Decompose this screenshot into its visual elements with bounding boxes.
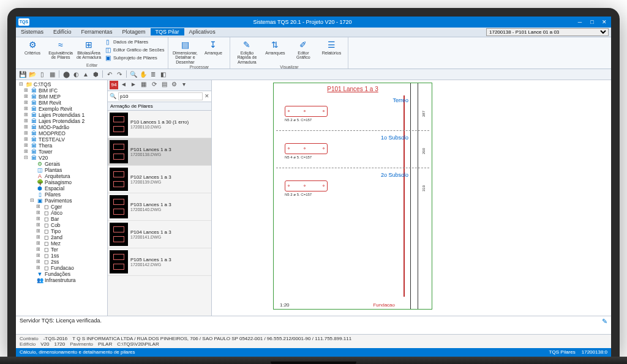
tree-item[interactable]: 🌳Paisagismo — [17, 179, 106, 185]
tree-item[interactable]: ⊞🏛MODPREO — [17, 130, 106, 136]
dimensionar-button[interactable]: ▤Dimensionar, Detalhar e Desenhar — [172, 39, 198, 65]
project-tree[interactable]: ⊟📁C:\TQS⊞🏛BIM IFC⊞🏛BIM MEP⊞🏛BIM Revit⊞🏛E… — [16, 80, 108, 316]
tool-open-icon[interactable]: 📂 — [28, 70, 37, 78]
search-input[interactable] — [118, 92, 203, 100]
tree-item[interactable]: ⊞◻Cger — [17, 204, 106, 210]
floor-block: 1o SubsoloN5 4 ø 5. C=157290 — [276, 131, 429, 168]
subprojeto-button[interactable]: ▣Subprojeto de Pilares — [104, 54, 164, 62]
tree-item[interactable]: ⊞🏛BIM Revit — [17, 100, 106, 106]
relatorios-button[interactable]: ☰Relatórios — [318, 39, 344, 56]
tool-p1-icon[interactable]: ⬤ — [62, 70, 70, 78]
tree-item[interactable]: ⊞🏛Exemplo Revit — [17, 106, 106, 112]
tree-item[interactable]: ⬢Espacial — [17, 185, 106, 191]
maximize-button[interactable]: □ — [588, 19, 596, 25]
tree-item[interactable]: AArquitetura — [17, 173, 106, 179]
tree-item[interactable]: ◫Plantas — [17, 167, 106, 173]
ribbon-group-processar: Processar — [172, 65, 226, 69]
tree-item[interactable]: ⊞🏛BIM IFC — [17, 87, 106, 94]
tool-p4-icon[interactable]: ⬢ — [91, 70, 100, 78]
list-grid-icon[interactable]: ▦ — [139, 81, 148, 89]
list-nav-prev-icon[interactable]: ◄ — [119, 81, 128, 89]
editor-secoes-button[interactable]: ◫Editor Gráfico de Secões — [104, 46, 164, 54]
equivalencia-button[interactable]: ≈Equivalência de Pilares — [48, 39, 73, 60]
tree-item[interactable]: ⊞🏛BIM MEP — [17, 94, 106, 100]
tree-item[interactable]: ⊞◻Cob — [17, 222, 106, 228]
thumbnail — [110, 195, 128, 218]
list-item[interactable]: P102 Lances 1 a 317200139.DWG — [108, 166, 211, 193]
tree-item[interactable]: ⊞◻1ss — [17, 253, 106, 259]
tree-item[interactable]: ⊞◻Ter — [17, 247, 106, 253]
arranques-button[interactable]: ⇅Arranques — [262, 39, 288, 56]
editor-grafico-button[interactable]: ✐Editor Gráfico — [290, 39, 316, 60]
tool-save-icon[interactable]: 💾 — [18, 70, 27, 78]
minimize-button[interactable]: ─ — [576, 19, 584, 25]
editor-icon: ✐ — [297, 39, 309, 51]
tree-item[interactable]: ⊞◻2ss — [17, 259, 106, 265]
subproject-icon: ▣ — [104, 54, 111, 62]
tree-item[interactable]: ⊞◻Tipo — [17, 228, 106, 234]
tool-redo-icon[interactable]: ↷ — [115, 70, 124, 78]
tree-item[interactable]: ⊞🏛Thera — [17, 143, 106, 149]
tree-item[interactable]: ⊞🏛Lajes Protendidas 1 — [17, 112, 106, 118]
list-export-icon[interactable]: ▤ — [160, 81, 168, 89]
tree-item[interactable]: ⊞🏛Lajes Protendidas 2 — [17, 118, 106, 124]
tool-pan-icon[interactable]: ✋ — [139, 70, 148, 78]
list-dropdown-icon[interactable]: ▾ — [179, 81, 188, 89]
list-item[interactable]: P105 Lances 1 a 317200142.DWG — [108, 248, 211, 276]
edicao-rapida-button[interactable]: ✎Edição Rápida de Armadura — [234, 39, 260, 65]
menu-plotagem[interactable]: Plotagem — [118, 28, 151, 35]
menu-aplicativos[interactable]: Aplicativos — [184, 28, 220, 35]
close-button[interactable]: ✕ — [600, 19, 609, 25]
tree-item[interactable]: ⊟▣Pavimentos — [17, 198, 106, 204]
arranque-button[interactable]: ↧Arranque — [200, 39, 226, 56]
menu-ferramentas[interactable]: Ferramentas — [77, 28, 118, 35]
menu-edifício[interactable]: Edifício — [48, 28, 77, 35]
menu-tqs pilar[interactable]: TQS Pilar — [151, 28, 184, 35]
toolbar: 💾 📂 ▯ ▦ ⬤ ◐ ▲ ⬢ ↶ ↷ 🔍 ✋ ≣ ◧ — [16, 69, 611, 80]
thumbnail — [110, 113, 128, 136]
tree-item[interactable]: ▼Fundações — [17, 271, 106, 277]
tree-item[interactable]: ⊞🏛MOD-Padrão — [17, 124, 106, 130]
clear-search-icon[interactable]: ✕ — [205, 93, 209, 99]
tree-item[interactable]: ⊟📁C:\TQS — [17, 81, 106, 87]
tree-item[interactable]: ⊞◻2and — [17, 234, 106, 240]
criterios-button[interactable]: ⚙Critérios — [20, 39, 45, 56]
tree-item[interactable]: 👥Infraestrutura — [17, 277, 106, 283]
drawing-list[interactable]: P10 Lances 1 a 30 (1 erro)17200110.DWGP1… — [108, 111, 211, 316]
menu-sistemas[interactable]: Sistemas — [16, 28, 48, 35]
tool-layers-icon[interactable]: ≣ — [149, 70, 157, 78]
list-nav-next-icon[interactable]: ► — [129, 81, 138, 89]
tree-item[interactable]: ⊞◻Fundacao — [17, 265, 106, 271]
section-icon: ◫ — [104, 46, 111, 54]
tool-misc-icon[interactable]: ◧ — [159, 70, 167, 78]
list-item[interactable]: P104 Lances 1 a 317200141.DWG — [108, 221, 211, 248]
list-settings-icon[interactable]: ⚙ — [170, 81, 178, 89]
tool-grid-icon[interactable]: ▦ — [48, 70, 56, 78]
tool-p3-icon[interactable]: ▲ — [81, 70, 90, 78]
bitolas-button[interactable]: ⊞Bitolas/Área de Armadura — [76, 39, 102, 60]
list-item[interactable]: P101 Lances 1 a 317200138.DWG — [108, 138, 211, 166]
tool-column-icon[interactable]: ▯ — [38, 70, 47, 78]
tree-item[interactable]: ⊞🏛TESTEALV — [17, 136, 106, 143]
list-item[interactable]: P10 Lances 1 a 30 (1 erro)17200110.DWG — [108, 111, 211, 138]
tree-item[interactable]: ⊞◻Mez — [17, 240, 106, 247]
quickedit-icon: ✎ — [241, 39, 253, 51]
starter-icon: ↧ — [207, 39, 219, 51]
tree-item[interactable]: ⊞◻Bar — [17, 216, 106, 222]
tree-item[interactable]: ⊟🏛V20 — [17, 155, 106, 161]
ribbon-group-visualizar: Visualizar — [234, 65, 344, 69]
tool-p2-icon[interactable]: ◐ — [72, 70, 80, 78]
status-file: 17200138:0 — [582, 349, 607, 355]
list-item[interactable]: P103 Lances 1 a 317200140.DWG — [108, 193, 211, 221]
tool-zoom-icon[interactable]: 🔍 — [129, 70, 138, 78]
tool-undo-icon[interactable]: ↶ — [105, 70, 114, 78]
drawing-preview[interactable]: P101 Lances 1 a 3 TerreoN5 2 ø 5. C=1572… — [212, 80, 611, 316]
dados-pilares-button[interactable]: ▯Dados de Pilares — [104, 39, 164, 46]
tree-item[interactable]: ⊞◻Ático — [17, 210, 106, 216]
drawing-selector[interactable]: 17200138 - P101 Lance 01 a 03 — [486, 28, 609, 36]
tree-item[interactable]: ⊞🏛Tower — [17, 149, 106, 155]
list-refresh-icon[interactable]: ⟳ — [150, 81, 159, 89]
tree-item[interactable]: ▯Pilares — [17, 191, 106, 198]
tree-item[interactable]: ⚙Gerais — [17, 161, 106, 167]
console-edit-icon[interactable]: ✎ — [602, 318, 607, 333]
